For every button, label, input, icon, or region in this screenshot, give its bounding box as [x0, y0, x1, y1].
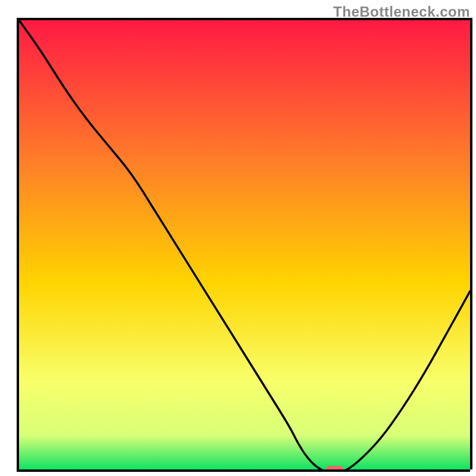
plot-frame — [17, 20, 470, 472]
chart-container: TheBottleneck.com — [0, 0, 476, 476]
